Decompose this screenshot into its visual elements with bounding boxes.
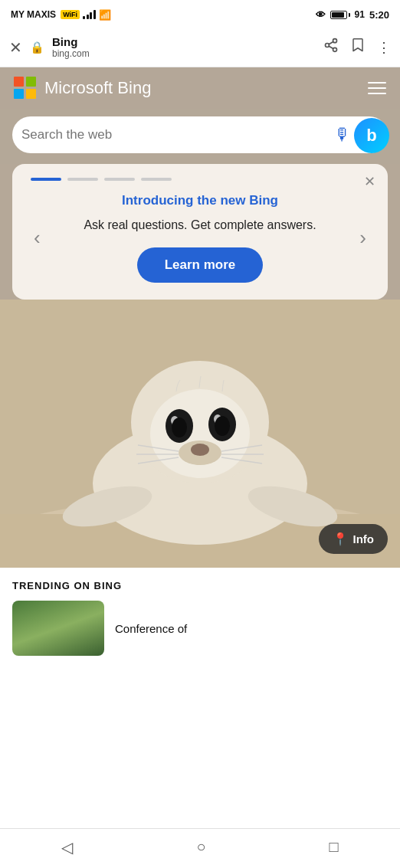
share-button[interactable] [323, 38, 339, 57]
svg-line-3 [329, 46, 333, 48]
bing-chat-button[interactable]: b [354, 118, 389, 153]
eye-icon: 👁 [316, 9, 326, 21]
lock-icon: 🔒 [30, 41, 44, 54]
trending-section: TRENDING ON BING Conference of [0, 568, 400, 656]
search-bar[interactable]: 🎙 [12, 116, 388, 153]
home-button[interactable]: ○ [196, 838, 205, 856]
hamburger-menu-button[interactable] [368, 82, 386, 94]
info-label: Info [353, 532, 375, 545]
svg-line-4 [329, 41, 333, 44]
ms-square-red [14, 77, 24, 87]
bing-header: Microsoft Bing [0, 67, 400, 109]
card-progress-dots [31, 178, 369, 181]
card-body: Introducing the new Bing Ask real questi… [50, 193, 351, 283]
browser-bar: ✕ 🔒 Bing bing.com ⋮ [0, 28, 400, 67]
wifi-icon: 📶 [99, 9, 111, 21]
hero-image: 📍 Info [0, 300, 400, 568]
close-tab-button[interactable]: ✕ [9, 40, 22, 55]
svg-point-19 [172, 418, 187, 437]
trending-thumbnail [12, 601, 104, 656]
signal-icon [83, 10, 96, 19]
info-button[interactable]: 📍 Info [319, 524, 389, 554]
bing-b-icon: b [366, 126, 376, 146]
trending-thumb-image [12, 601, 104, 656]
status-bar: MY MAXIS WiFi 📶 👁 91 5:20 [0, 0, 400, 28]
ms-square-green [26, 77, 36, 87]
microsoft-logo [14, 77, 37, 100]
search-bar-container: 🎙 b [0, 109, 400, 164]
more-options-button[interactable]: ⋮ [377, 39, 391, 56]
trending-title: TRENDING ON BING [12, 580, 388, 591]
url-area: Bing bing.com [52, 35, 316, 59]
dot-3 [104, 178, 135, 181]
bottom-nav: ◁ ○ □ [0, 828, 400, 868]
svg-point-20 [215, 416, 230, 436]
microphone-icon[interactable]: 🎙 [334, 125, 351, 145]
card-close-button[interactable]: ✕ [364, 175, 375, 188]
ms-square-yellow [26, 89, 36, 99]
back-button[interactable]: ◁ [61, 838, 73, 857]
status-carrier: MY MAXIS WiFi 📶 [11, 9, 111, 21]
dot-4 [141, 178, 172, 181]
battery-percent: 91 [355, 9, 365, 20]
main-content: Microsoft Bing 🎙 [0, 67, 400, 656]
card-description: Ask real questions. Get complete answers… [50, 216, 351, 234]
bing-logo: Microsoft Bing [14, 77, 151, 100]
wifi-badge: WiFi [61, 10, 80, 19]
battery-icon [330, 11, 350, 19]
search-input[interactable] [21, 127, 328, 142]
dot-2 [67, 178, 98, 181]
card-title: Introducing the new Bing [50, 193, 351, 208]
bookmark-button[interactable] [351, 37, 365, 57]
browser-action-icons: ⋮ [323, 37, 391, 57]
bing-logo-text: Microsoft Bing [44, 78, 151, 98]
status-right: 👁 91 5:20 [316, 9, 389, 21]
card-nav: ‹ Introducing the new Bing Ask real ques… [31, 193, 369, 283]
site-name: Bing [52, 35, 316, 48]
trending-card[interactable]: Conference of [12, 601, 388, 656]
intro-card: ✕ ‹ Introducing the new Bing Ask real qu… [12, 164, 388, 300]
trending-card-text: Conference of [115, 622, 187, 635]
recent-apps-button[interactable]: □ [329, 838, 338, 856]
dot-1 [31, 178, 61, 181]
time-display: 5:20 [369, 9, 389, 21]
ms-square-blue [14, 89, 24, 99]
card-next-button[interactable]: › [356, 226, 369, 250]
svg-point-22 [191, 444, 209, 456]
site-url: bing.com [52, 48, 316, 59]
learn-more-button[interactable]: Learn more [137, 247, 264, 283]
location-pin-icon: 📍 [333, 532, 348, 546]
card-prev-button[interactable]: ‹ [31, 226, 44, 250]
